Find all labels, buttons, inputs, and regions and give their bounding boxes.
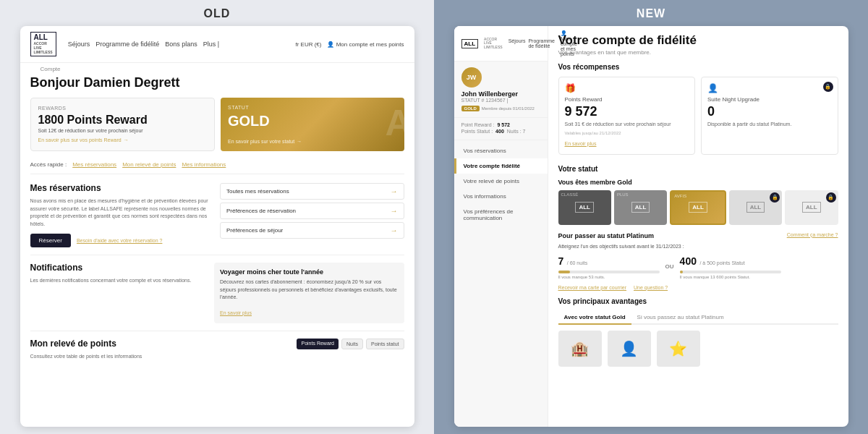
stat-point-reward: Point Reward : 9 572 (461, 122, 540, 127)
platinum-title: Pour passer au statut Platinum (558, 232, 781, 239)
recompenses-header: Vos récompenses (558, 63, 838, 71)
notifications-promo: Voyager moins cher toute l'année Découvr… (214, 263, 404, 323)
quick-reservations[interactable]: Mes réservations (72, 161, 116, 168)
sidebar-avatar: JW (461, 67, 482, 88)
recomp-points-reward: 🎁 Points Reward 9 572 Soit 31 € de réduc… (558, 77, 696, 155)
points-unit: / à 500 points Statut (699, 260, 744, 265)
new-sidebar: ALL ACCORLIVELIMITLESS Séjours Programme… (454, 26, 548, 427)
statut-logo-3: ALL (746, 202, 765, 213)
quick-informations[interactable]: Mes informations (182, 161, 226, 168)
avantage-icon-2: 👤 (608, 331, 651, 367)
tab-gold[interactable]: Avec votre statut Gold (558, 311, 631, 325)
statut-label-plus: PLUS (617, 192, 629, 197)
all-reservations-link[interactable]: Toutes mes réservations→ (220, 183, 404, 200)
old-logo: ALL ACCORLIVELIMITLESS (30, 32, 56, 56)
new-logo-text: ACCORLIVELIMITLESS (484, 38, 503, 50)
reservations-left: Mes réservations Nous avons mis en place… (30, 183, 215, 247)
sidebar-nav: Vos réservations Votre compte fidélité V… (454, 140, 548, 427)
nav-fidelite[interactable]: Programme de fidélité (95, 41, 159, 48)
statut-card-classe: CLASSÉ ALL (558, 190, 611, 225)
reward-link[interactable]: En savoir plus sur vos points Reward → (38, 137, 208, 142)
stat-points-statut: Points Statut : 400 Nuits : 7 (461, 129, 540, 134)
main-subtitle: Vos avantages en tant que membre. (558, 49, 838, 56)
pref-reservation-link[interactable]: Préférences de réservation→ (220, 203, 404, 219)
statut-card-plus: PLUS ALL (614, 190, 667, 225)
pill-reward[interactable]: Points Reward (297, 339, 339, 349)
ou-divider: OU (665, 263, 674, 270)
pref-sejour-link[interactable]: Préférences de séjour→ (220, 222, 404, 239)
tab-platinum[interactable]: Si vous passez au statut Platinum (631, 311, 730, 325)
statut-card-diamond: 🔒 ALL (785, 190, 838, 225)
reward-en-savoir-plus[interactable]: En savoir plus (565, 141, 597, 146)
quick-label: Accès rapide : (30, 161, 67, 168)
progress-links: Recevoir ma carte par courrier Une quest… (558, 285, 838, 290)
reward-name: Points Reward (565, 96, 689, 103)
nav-sejours[interactable]: Séjours (68, 41, 90, 48)
notifications-left: Notifications Les dernières notification… (30, 263, 209, 323)
help-link[interactable]: Besoin d'aide avec votre réservation ? (77, 238, 162, 243)
reward-icon: 🎁 (565, 83, 689, 93)
reward-sub-text: Soit 12€ de réduction sur votre prochain… (38, 128, 208, 133)
reward-value: 9 572 (565, 104, 689, 119)
reward-desc: Soit 31 € de réduction sur votre prochai… (565, 121, 689, 128)
statut-header: Votre statut (558, 165, 838, 173)
old-nav: ALL ACCORLIVELIMITLESS Séjours Programme… (20, 26, 414, 63)
progress-row: 7 / 60 nuits Il vous manque 53 nuits. OU (558, 255, 781, 279)
reservations-right: Toutes mes réservations→ Préférences de … (220, 183, 404, 247)
sidebar-nav-informations[interactable]: Vos informations (454, 189, 548, 204)
old-greeting: Bonjour Damien Degrett (30, 75, 404, 90)
sidebar-nav-releve[interactable]: Votre relevé de points (454, 174, 548, 189)
how-link[interactable]: Comment ça marche ? (787, 232, 838, 237)
quick-releve[interactable]: Mon relevé de points (122, 161, 176, 168)
platinum-sub: Atteignez l'un des objectifs suivant ava… (558, 244, 781, 249)
stat-nuits: Nuits : 7 (507, 129, 526, 134)
question-link[interactable]: Une question ? (634, 285, 668, 290)
notifications-section: Notifications Les dernières notification… (30, 255, 404, 323)
avantages-tabs: Avec votre statut Gold Si vous passez au… (558, 311, 838, 325)
nav-plus[interactable]: Plus | (203, 41, 219, 48)
old-panel: OLD ALL ACCORLIVELIMITLESS Séjours Progr… (0, 0, 434, 434)
sidebar-nav-reservations[interactable]: Vos réservations (454, 143, 548, 158)
diamond-lock: 🔒 (826, 192, 836, 203)
avantages-header: Vos principaux avantages (558, 297, 838, 305)
avantage-icon-1: 🏨 (558, 331, 602, 367)
new-nav: ALL ACCORLIVELIMITLESS Séjours Programme… (454, 26, 548, 61)
nights-bar-fill (558, 271, 571, 273)
reward-points-value: 1800 Points Reward (38, 114, 208, 127)
lock-badge: 🔒 (823, 82, 833, 92)
promo-link[interactable]: En savoir plus (220, 310, 252, 315)
progress-nights: 7 / 60 nuits Il vous manque 53 nuits. (558, 255, 660, 279)
reservations-actions: Réserver Besoin d'aide avec votre réserv… (30, 234, 215, 247)
old-main-content: Compte Bonjour Damien Degrett REWARDS 18… (20, 63, 414, 427)
releve-section: Mon relevé de points Consultez votre tab… (30, 331, 404, 367)
upgrade-icon: 👤 (707, 83, 832, 93)
statut-logo-0: ALL (575, 202, 594, 213)
nav-bons-plans[interactable]: Bons plans (165, 41, 197, 48)
old-lang[interactable]: fr EUR (€) (295, 41, 321, 48)
carte-courrier-link[interactable]: Recevoir ma carte par courrier (558, 285, 627, 290)
sidebar-nav-preferences[interactable]: Vos préférences de communication (454, 204, 548, 226)
new-nav-sejours[interactable]: Séjours (509, 38, 526, 48)
pill-nuits[interactable]: Nuits (341, 339, 363, 349)
main-title: Votre compte de fidélité (558, 33, 838, 48)
recomp-suite-upgrade: 🔒 👤 Suite Night Upgrade 0 Disponible à p… (701, 77, 838, 155)
old-breadcrumb: Compte (30, 63, 404, 75)
reward-statut-row: REWARDS 1800 Points Reward Soit 12€ de r… (30, 98, 404, 151)
platinum-lock: 🔒 (770, 192, 780, 203)
avantages-content: 🏨 👤 ⭐ (558, 331, 838, 367)
nights-value: 7 (558, 255, 564, 267)
promo-text: Découvrez nos cartes d'abonnement : écon… (220, 278, 399, 302)
old-account[interactable]: 👤 Mon compte et mes points (327, 41, 404, 48)
old-label: OLD (204, 7, 231, 20)
reward-validity: Valables jusqu'au 21/12/2022 (565, 131, 689, 135)
new-panel: NEW ALL ACCORLIVELIMITLESS Séjours Progr… (434, 0, 868, 434)
progress-points: 400 / à 500 points Statut Il vous manque… (680, 255, 781, 279)
reserve-button[interactable]: Réserver (30, 234, 71, 247)
statut-link[interactable]: En savoir plus sur votre statut → (228, 139, 302, 144)
statut-box: A STATUT GOLD En savoir plus sur votre s… (221, 98, 404, 151)
sidebar-member-since: Membre depuis 01/01/2022 (482, 106, 535, 111)
new-main: Votre compte de fidélité Vos avantages e… (548, 26, 848, 427)
sidebar-user-header: JW John Willenberger STATUT # 1234567 | … (454, 61, 548, 118)
sidebar-nav-compte-fidelite[interactable]: Votre compte fidélité (454, 158, 548, 174)
pill-statut[interactable]: Points statut (366, 339, 404, 349)
